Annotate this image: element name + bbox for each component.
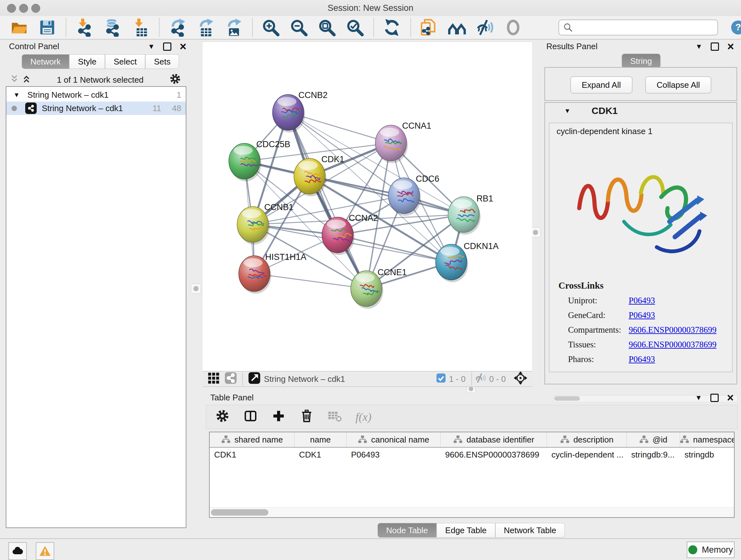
network-column-icon <box>560 435 569 444</box>
network-selection-row: 1 of 1 Network selected <box>6 73 186 86</box>
tab-string[interactable]: String <box>622 54 661 68</box>
show-columns-icon[interactable] <box>243 409 258 426</box>
collapse-all-button[interactable]: Collapse All <box>645 76 712 94</box>
zoom-selected-button[interactable] <box>345 17 365 38</box>
export-image-button[interactable] <box>223 17 244 38</box>
save-session-button[interactable] <box>37 17 57 38</box>
column-header-description[interactable]: description <box>547 432 627 447</box>
birdseye-view-icon[interactable] <box>248 372 261 387</box>
show-all-button[interactable] <box>503 17 523 38</box>
column-header--id[interactable]: @id <box>627 432 680 447</box>
network-options-gear-icon[interactable] <box>169 73 181 87</box>
hidden-eye-icon[interactable] <box>475 372 487 386</box>
zoom-fit-button[interactable] <box>317 17 337 38</box>
table-cell: stringdb <box>680 448 735 462</box>
memory-button[interactable]: Memory <box>687 542 735 558</box>
import-network-file-button[interactable] <box>74 17 94 38</box>
network-node-HIST1H1A[interactable]: HIST1H1A <box>239 252 307 294</box>
tab-select[interactable]: Select <box>105 54 145 69</box>
save-icon <box>38 18 57 37</box>
search-input[interactable] <box>576 23 714 33</box>
import-table-button[interactable] <box>130 17 151 38</box>
results-panel-float-icon[interactable] <box>711 43 719 51</box>
node-label-HIST1H1A: HIST1H1A <box>265 252 307 262</box>
network-node-RB1[interactable]: RB1 <box>448 194 493 235</box>
column-header-canonical-name[interactable]: canonical name <box>347 432 441 447</box>
crosslink-link[interactable]: P06493 <box>629 310 655 320</box>
table-panel-close-icon[interactable]: × <box>727 395 734 401</box>
tab-sets[interactable]: Sets <box>145 54 179 69</box>
network-node-CCNA2[interactable]: CCNA2 <box>322 213 378 255</box>
expand-all-networks-icon[interactable] <box>22 74 31 86</box>
network-row[interactable]: String Network – cdk1 11 48 <box>6 102 186 115</box>
column-header-database-identifier[interactable]: database identifier <box>441 432 547 447</box>
cloud-icon <box>11 545 24 557</box>
search-field[interactable] <box>558 19 718 36</box>
network-share-icon[interactable] <box>224 372 237 387</box>
hide-selected-button[interactable] <box>475 17 495 38</box>
results-panel-menu-icon[interactable]: ▼ <box>695 43 702 51</box>
export-network-button[interactable] <box>167 17 188 38</box>
crosslink-link[interactable]: P06493 <box>629 296 655 306</box>
expand-all-button[interactable]: Expand All <box>570 76 632 94</box>
tab-node-table[interactable]: Node Table <box>378 523 436 538</box>
control-panel-close-icon[interactable]: × <box>180 44 186 50</box>
left-splitter-handle[interactable] <box>191 284 201 294</box>
delete-column-icon[interactable] <box>299 409 314 426</box>
export-table-button[interactable] <box>195 17 216 38</box>
table-scroll-thumb[interactable] <box>211 509 268 516</box>
tab-edge-table[interactable]: Edge Table <box>436 523 495 538</box>
copy-style-button[interactable] <box>419 17 439 38</box>
network-node-CDC25B[interactable]: CDC25B <box>229 139 290 181</box>
import-network-database-button[interactable] <box>102 17 123 38</box>
crosslink-link[interactable]: 9606.ENSP00000378699 <box>629 340 717 350</box>
add-column-icon[interactable] <box>271 409 286 426</box>
network-node-CDKN1A[interactable]: CDKN1A <box>435 241 499 282</box>
network-node-CCNB2[interactable]: CCNB2 <box>273 90 328 132</box>
crosslink-link[interactable]: P06493 <box>629 354 655 364</box>
collapse-all-networks-icon[interactable] <box>10 74 19 86</box>
network-collection-row[interactable]: ▼ String Network – cdk1 1 <box>6 88 186 102</box>
network-node-CCNA1[interactable]: CCNA1 <box>375 121 431 163</box>
selected-checkbox-icon[interactable] <box>435 373 447 386</box>
table-panel-float-icon[interactable] <box>711 394 719 402</box>
network-node-CCNB1[interactable]: CCNB1 <box>237 202 293 245</box>
cloud-status-button[interactable] <box>8 542 27 560</box>
tab-style[interactable]: Style <box>69 54 105 69</box>
gene-expander-icon[interactable]: ▼ <box>564 107 570 115</box>
network-canvas[interactable]: CCNB2 CCNA1 CDC25B CDK1 CDC6 RB1 CCNB1 C… <box>203 42 532 371</box>
collection-expander-icon[interactable]: ▼ <box>13 91 20 99</box>
zoom-in-button[interactable] <box>260 17 281 38</box>
table-panel-menu-icon[interactable]: ▼ <box>695 394 702 402</box>
delete-table-icon[interactable] <box>327 409 342 426</box>
import-db-icon <box>103 18 122 37</box>
zoom-out-button[interactable] <box>288 17 309 38</box>
column-header-shared-name[interactable]: shared name <box>210 432 294 447</box>
function-builder-icon[interactable]: f(x) <box>355 410 372 424</box>
open-session-button[interactable] <box>9 17 29 38</box>
collection-count: 1 <box>177 90 181 100</box>
column-header-namespace[interactable]: namespace <box>680 432 735 447</box>
control-panel-float-icon[interactable] <box>163 43 172 51</box>
column-header-name[interactable]: name <box>294 432 347 447</box>
help-button[interactable]: ? <box>730 19 741 36</box>
warnings-button[interactable] <box>36 542 54 560</box>
control-panel-menu-icon[interactable]: ▼ <box>148 43 155 51</box>
pan-crosshair-icon[interactable] <box>514 371 528 387</box>
refresh-layout-button[interactable] <box>382 17 402 38</box>
table-row[interactable]: CDK1CDK1P064939606.ENSP00000378699cyclin… <box>210 448 734 462</box>
toolbar-separator <box>374 18 374 37</box>
first-neighbors-button[interactable] <box>447 17 467 38</box>
results-panel-close-icon[interactable]: × <box>727 44 734 50</box>
tab-network[interactable]: Network <box>22 54 69 69</box>
network-node-CDC6[interactable]: CDC6 <box>388 174 440 216</box>
table-settings-gear-icon[interactable] <box>215 409 230 426</box>
table-h-scrollbar[interactable] <box>210 507 734 517</box>
results-panel-title: Results Panel <box>546 42 597 51</box>
tab-network-table[interactable]: Network Table <box>495 523 565 538</box>
table-cell: cyclin-dependent ... <box>547 448 627 462</box>
crosslink-link[interactable]: 9606.ENSP00000378699 <box>629 325 717 335</box>
grid-view-icon[interactable] <box>207 372 220 387</box>
memory-label: Memory <box>702 545 733 555</box>
network-node-CCNE1[interactable]: CCNE1 <box>351 267 407 309</box>
